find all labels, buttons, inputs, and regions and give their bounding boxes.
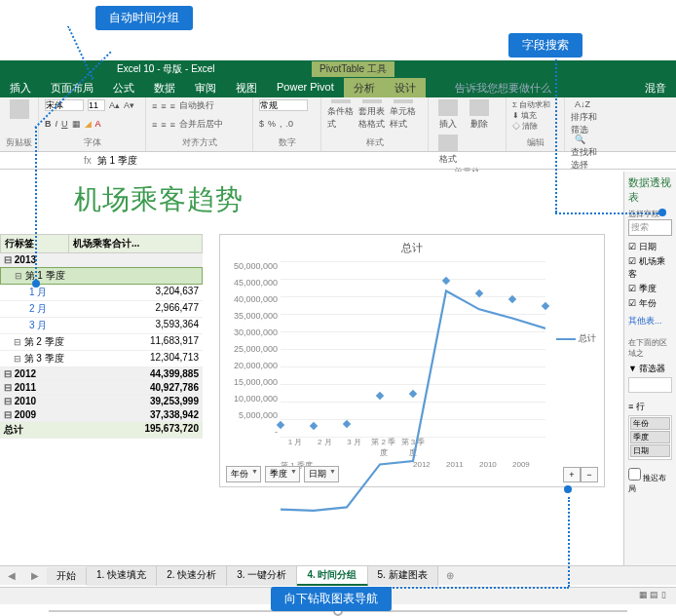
- view-layout-icon[interactable]: ▤: [650, 590, 658, 599]
- font-size[interactable]: [88, 99, 105, 111]
- fill-button[interactable]: ⬇ 填充: [512, 110, 558, 121]
- chart-field-buttons: 年份 季度 日期: [226, 466, 339, 482]
- comma-icon[interactable]: ,: [280, 119, 282, 129]
- row-area-pill[interactable]: 季度: [630, 431, 670, 443]
- pivot-row[interactable]: 201244,399,885: [0, 367, 203, 381]
- callout-auto-time-group: 自动时间分组: [95, 6, 193, 30]
- col-header-total[interactable]: 机场乘客合计...: [69, 235, 202, 252]
- table-format-button[interactable]: 套用表格格式: [358, 99, 386, 131]
- sheet-tab[interactable]: 1. 快速填充: [87, 566, 157, 586]
- inc-dec-icon[interactable]: .0: [286, 119, 294, 129]
- fx-icon[interactable]: fx: [78, 155, 97, 166]
- insert-cells-button[interactable]: 插入: [434, 99, 462, 131]
- row-area-pill[interactable]: 年份: [630, 417, 670, 430]
- pivot-row[interactable]: 201039,253,999: [0, 395, 203, 408]
- pivot-row[interactable]: 第 1 季度: [0, 267, 203, 285]
- row-area-label: 行: [636, 402, 645, 411]
- formula-input[interactable]: 第 1 季度: [97, 154, 137, 168]
- sheet-tab[interactable]: 3. 一键分析: [227, 566, 297, 586]
- underline-icon[interactable]: U: [61, 119, 68, 129]
- percent-icon[interactable]: %: [268, 119, 276, 129]
- field-checkbox[interactable]: 日期: [628, 240, 672, 254]
- tab-analyze[interactable]: 分析: [344, 78, 385, 97]
- tab-review[interactable]: 审阅: [185, 78, 226, 97]
- row-area[interactable]: 年份季度日期: [628, 415, 672, 460]
- pivot-row[interactable]: 200937,338,942: [0, 408, 203, 422]
- grow-font-icon[interactable]: A▴: [109, 100, 120, 110]
- ribbon: 剪贴板 A▴ A▾ B I U ▦ ◢ A 字体 ≡ ≡ ≡ 自动换行 ≡ ≡ …: [0, 97, 676, 152]
- row-area-pill[interactable]: 日期: [630, 444, 670, 457]
- align-top-icon[interactable]: ≡: [152, 101, 157, 111]
- pivot-row[interactable]: 2013: [0, 253, 203, 267]
- pivot-row[interactable]: 3 月3,593,364: [0, 318, 203, 334]
- ribbon-far[interactable]: 混音: [635, 78, 676, 97]
- new-sheet-icon[interactable]: ⊕: [438, 570, 462, 581]
- clear-button[interactable]: ◇ 清除: [512, 121, 558, 132]
- callout-field-search: 字段搜索: [508, 33, 582, 58]
- pivot-table[interactable]: 行标签 机场乘客合计... 2013第 1 季度1 月3,204,6372 月2…: [0, 234, 203, 439]
- field-checkbox[interactable]: 机场乘客: [628, 254, 672, 282]
- pivot-row[interactable]: 201140,927,786: [0, 381, 203, 395]
- tab-formulas[interactable]: 公式: [103, 78, 144, 97]
- wrap-text-button[interactable]: 自动换行: [179, 99, 214, 112]
- y-axis: 50,000,00045,000,00040,000,00035,000,000…: [224, 261, 278, 437]
- tab-design[interactable]: 设计: [385, 78, 426, 97]
- pivot-fields-pane: 数据透视表 选择字段 搜索 日期机场乘客季度年份 其他表... 在下面的区域之 …: [623, 172, 676, 565]
- sheet-tab[interactable]: 2. 快速分析: [157, 566, 227, 586]
- tab-powerpivot[interactable]: Power Pivot: [267, 78, 344, 97]
- filter-area[interactable]: [628, 377, 672, 393]
- drill-down-button[interactable]: +: [563, 467, 581, 482]
- shrink-font-icon[interactable]: A▾: [124, 100, 134, 110]
- sheet-tab-start[interactable]: 开始: [47, 567, 87, 585]
- cond-format-button[interactable]: 条件格式: [327, 99, 355, 131]
- align-left-icon[interactable]: ≡: [152, 120, 157, 130]
- sheet-nav-next-icon[interactable]: ▶: [23, 570, 47, 581]
- field-btn-quarter[interactable]: 季度: [265, 466, 300, 482]
- pivot-row[interactable]: 第 2 季度11,683,917: [0, 334, 203, 351]
- align-bot-icon[interactable]: ≡: [170, 101, 175, 111]
- align-center-icon[interactable]: ≡: [161, 120, 166, 130]
- pivot-row[interactable]: 1 月3,204,637: [0, 285, 203, 301]
- sheet-tab[interactable]: 4. 时间分组: [297, 566, 367, 586]
- tab-view[interactable]: 视图: [226, 78, 267, 97]
- currency-icon[interactable]: $: [259, 119, 264, 129]
- merge-button[interactable]: 合并后居中: [179, 118, 223, 131]
- defer-checkbox[interactable]: [628, 468, 641, 481]
- chart-title: 总计: [220, 235, 604, 261]
- fields-search-input[interactable]: 搜索: [628, 219, 672, 236]
- autosum-button[interactable]: Σ 自动求和: [512, 99, 558, 110]
- view-break-icon[interactable]: ▯: [661, 590, 666, 599]
- contextual-tab-label: PivotTable 工具: [312, 61, 394, 77]
- bold-icon[interactable]: B: [45, 119, 52, 129]
- fill-color-icon[interactable]: ◢: [85, 119, 92, 129]
- align-mid-icon[interactable]: ≡: [161, 101, 166, 111]
- group-align: 对齐方式: [152, 136, 246, 149]
- field-checkbox[interactable]: 季度: [628, 282, 672, 296]
- tell-me[interactable]: 告诉我您想要做什么: [445, 78, 561, 97]
- field-btn-date[interactable]: 日期: [304, 466, 339, 482]
- font-color-icon[interactable]: A: [95, 119, 101, 129]
- pivot-row[interactable]: 第 3 季度12,304,713: [0, 351, 203, 367]
- align-right-icon[interactable]: ≡: [170, 120, 175, 130]
- pivot-chart[interactable]: 总计 50,000,00045,000,00040,000,00035,000,…: [219, 234, 605, 487]
- more-tables-link[interactable]: 其他表...: [628, 315, 672, 327]
- tab-insert[interactable]: 插入: [0, 78, 41, 97]
- number-format[interactable]: [259, 99, 308, 111]
- delete-cells-button[interactable]: 删除: [466, 99, 493, 131]
- field-checkbox[interactable]: 年份: [628, 296, 672, 311]
- drill-up-button[interactable]: −: [581, 467, 598, 482]
- filter-area-label: 筛选器: [639, 364, 665, 373]
- pivot-row[interactable]: 2 月2,966,477: [0, 301, 203, 318]
- sort-filter-button[interactable]: A↓Z排序和筛选: [571, 99, 598, 131]
- page-title: 机场乘客趋势: [74, 181, 244, 218]
- sheet-nav-prev-icon[interactable]: ◀: [0, 570, 23, 581]
- italic-icon[interactable]: I: [56, 119, 58, 129]
- view-normal-icon[interactable]: ▦: [639, 590, 648, 599]
- field-btn-year[interactable]: 年份: [226, 466, 261, 482]
- paste-button[interactable]: [6, 99, 33, 131]
- tab-data[interactable]: 数据: [144, 78, 185, 97]
- border-icon[interactable]: ▦: [72, 119, 81, 129]
- pivot-row[interactable]: 总计195,673,720: [0, 422, 203, 439]
- sheet-tab[interactable]: 5. 新建图表: [368, 566, 438, 586]
- cell-style-button[interactable]: 单元格样式: [390, 99, 417, 131]
